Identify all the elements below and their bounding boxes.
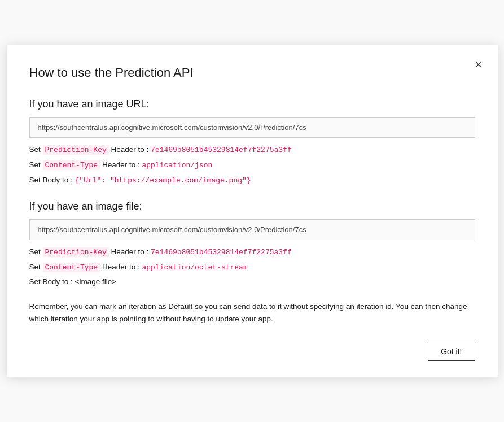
section1-line2-value: application/json bbox=[142, 161, 212, 169]
section2-line3-text: Set Body to : <image file> bbox=[29, 277, 117, 286]
remember-text: Remember, you can mark an iteration as D… bbox=[29, 301, 475, 326]
section1-line2: Set Content-Type Header to : application… bbox=[29, 159, 475, 172]
section2-line2: Set Content-Type Header to : application… bbox=[29, 261, 475, 274]
section1-heading: If you have an image URL: bbox=[29, 98, 475, 110]
section1-url-box: https://southcentralus.api.cognitive.mic… bbox=[29, 117, 475, 138]
section2-line1-value: 7e1469b8051b45329814ef7f2275a3ff bbox=[151, 248, 292, 256]
dialog-overlay: × How to use the Prediction API If you h… bbox=[0, 0, 504, 422]
section2-line3: Set Body to : <image file> bbox=[29, 276, 475, 288]
dialog-title: How to use the Prediction API bbox=[29, 66, 475, 80]
section1-line2-middle: Header to : bbox=[102, 160, 142, 169]
dialog-footer: Got it! bbox=[29, 342, 475, 361]
section2-line1-prefix: Set bbox=[29, 247, 43, 256]
section1-line1: Set Prediction-Key Header to : 7e1469b80… bbox=[29, 143, 475, 156]
got-it-button[interactable]: Got it! bbox=[428, 342, 475, 361]
section1-line3: Set Body to : {"Url": "https://example.c… bbox=[29, 174, 475, 187]
section1-line3-prefix: Set Body to : bbox=[29, 176, 75, 184]
section2-line2-key: Content-Type bbox=[43, 263, 100, 272]
section2-url-box: https://southcentralus.api.cognitive.mic… bbox=[29, 219, 475, 240]
section2-line1-middle: Header to : bbox=[111, 247, 151, 256]
section1-line1-middle: Header to : bbox=[111, 145, 151, 154]
section2-heading: If you have an image file: bbox=[29, 201, 475, 212]
section1-line1-value: 7e1469b8051b45329814ef7f2275a3ff bbox=[151, 146, 292, 154]
section1-line2-prefix: Set bbox=[29, 160, 43, 169]
section1-line1-prefix: Set bbox=[29, 145, 43, 154]
section2-line2-prefix: Set bbox=[29, 263, 43, 271]
dialog: × How to use the Prediction API If you h… bbox=[7, 45, 498, 376]
close-button[interactable]: × bbox=[473, 56, 484, 72]
section1-line1-key: Prediction-Key bbox=[43, 145, 109, 155]
section2-line2-middle: Header to : bbox=[102, 263, 142, 271]
section1-line2-key: Content-Type bbox=[43, 160, 100, 170]
section1-line3-value: {"Url": "https://example.com/image.png"} bbox=[75, 176, 251, 185]
section2-line2-value: application/octet-stream bbox=[142, 263, 247, 272]
section2-line1-key: Prediction-Key bbox=[43, 247, 109, 257]
section2-line1: Set Prediction-Key Header to : 7e1469b80… bbox=[29, 246, 475, 259]
